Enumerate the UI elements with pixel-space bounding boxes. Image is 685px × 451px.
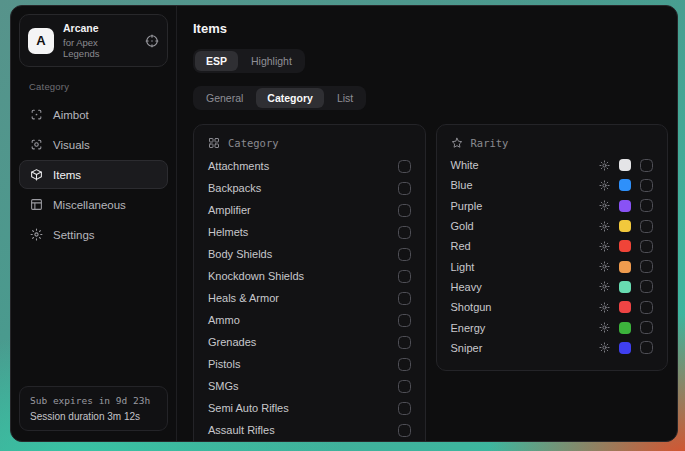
gear-icon[interactable] — [599, 261, 610, 272]
rarity-row[interactable]: Heavy — [451, 277, 654, 297]
color-swatch[interactable] — [619, 200, 631, 212]
category-panel-title: Category — [228, 137, 279, 149]
rarity-panel-title: Rarity — [471, 137, 509, 149]
app-subtitle: for Apex Legends — [63, 37, 136, 60]
category-row[interactable]: Attachments — [208, 155, 411, 177]
sidebar-item-items[interactable]: Items — [19, 160, 168, 189]
rarity-row[interactable]: Purple — [451, 196, 654, 216]
checkbox[interactable] — [398, 402, 411, 415]
checkbox[interactable] — [398, 336, 411, 349]
tab-general[interactable]: General — [195, 88, 254, 108]
category-row[interactable]: Assault Rifles — [208, 419, 411, 441]
session-duration-text: Session duration 3m 12s — [30, 411, 157, 422]
sidebar-section-label: Category — [29, 81, 168, 92]
checkbox[interactable] — [640, 179, 653, 192]
gear-icon[interactable] — [599, 322, 610, 333]
mode-esp[interactable]: ESP — [195, 51, 238, 71]
rarity-row[interactable]: Blue — [451, 175, 654, 195]
category-row-label: Heals & Armor — [208, 292, 279, 304]
tab-list[interactable]: List — [326, 88, 364, 108]
rarity-row[interactable]: White — [451, 155, 654, 175]
sidebar-item-settings[interactable]: Settings — [19, 220, 168, 249]
rarity-row[interactable]: Gold — [451, 216, 654, 236]
category-row[interactable]: Knockdown Shields — [208, 265, 411, 287]
gear-icon[interactable] — [599, 302, 610, 313]
rarity-row[interactable]: Shotgun — [451, 297, 654, 317]
checkbox[interactable] — [640, 220, 653, 233]
checkbox[interactable] — [640, 159, 653, 172]
category-row[interactable]: Ammo — [208, 309, 411, 331]
checkbox[interactable] — [640, 301, 653, 314]
checkbox[interactable] — [640, 240, 653, 253]
category-row[interactable]: SMGs — [208, 375, 411, 397]
cube-icon — [30, 168, 43, 181]
sidebar: A Arcane for Apex Legends Category Aimbo… — [11, 6, 177, 441]
checkbox[interactable] — [398, 248, 411, 261]
color-swatch[interactable] — [619, 159, 631, 171]
gear-icon[interactable] — [599, 160, 610, 171]
gear-icon[interactable] — [599, 241, 610, 252]
category-row[interactable]: Heals & Armor — [208, 287, 411, 309]
category-row[interactable]: Grenades — [208, 331, 411, 353]
color-swatch[interactable] — [619, 261, 631, 273]
gear-icon[interactable] — [599, 221, 610, 232]
rarity-row-label: Light — [451, 261, 475, 273]
checkbox[interactable] — [398, 226, 411, 239]
color-swatch[interactable] — [619, 281, 631, 293]
checkbox[interactable] — [640, 321, 653, 334]
checkbox[interactable] — [398, 314, 411, 327]
gear-icon[interactable] — [599, 200, 610, 211]
checkbox[interactable] — [398, 204, 411, 217]
target-icon[interactable] — [145, 34, 159, 48]
category-row[interactable]: Helmets — [208, 221, 411, 243]
checkbox[interactable] — [398, 380, 411, 393]
category-row[interactable]: Backpacks — [208, 177, 411, 199]
sidebar-item-visuals[interactable]: Visuals — [19, 130, 168, 159]
category-panel: Category AttachmentsBackpacksAmplifierHe… — [193, 124, 426, 442]
rarity-row-label: Purple — [451, 200, 483, 212]
checkbox[interactable] — [398, 358, 411, 371]
checkbox[interactable] — [640, 341, 653, 354]
color-swatch[interactable] — [619, 301, 631, 313]
rarity-row-controls — [599, 341, 653, 354]
color-swatch[interactable] — [619, 240, 631, 252]
category-row[interactable]: Semi Auto Rifles — [208, 397, 411, 419]
rarity-row-controls — [599, 179, 653, 192]
checkbox[interactable] — [398, 270, 411, 283]
tab-category[interactable]: Category — [256, 88, 324, 108]
checkbox[interactable] — [640, 280, 653, 293]
color-swatch[interactable] — [619, 179, 631, 191]
category-row[interactable]: Body Shields — [208, 243, 411, 265]
checkbox[interactable] — [640, 199, 653, 212]
checkbox[interactable] — [398, 424, 411, 437]
app-logo: A — [28, 28, 54, 54]
sidebar-item-aimbot[interactable]: Aimbot — [19, 100, 168, 129]
layout-icon — [30, 198, 43, 211]
subscription-info-box: Sub expires in 9d 23h Session duration 3… — [19, 386, 168, 431]
sidebar-item-label: Aimbot — [53, 109, 89, 121]
rarity-row-controls — [599, 220, 653, 233]
category-row[interactable]: LMGs — [208, 441, 411, 442]
rarity-row[interactable]: Light — [451, 256, 654, 276]
gear-icon[interactable] — [599, 180, 610, 191]
gear-icon[interactable] — [599, 281, 610, 292]
checkbox[interactable] — [640, 260, 653, 273]
rarity-row[interactable]: Energy — [451, 317, 654, 337]
color-swatch[interactable] — [619, 342, 631, 354]
color-swatch[interactable] — [619, 322, 631, 334]
rarity-row[interactable]: Sniper — [451, 338, 654, 358]
color-swatch[interactable] — [619, 220, 631, 232]
checkbox[interactable] — [398, 160, 411, 173]
category-row-label: Amplifier — [208, 204, 251, 216]
checkbox[interactable] — [398, 182, 411, 195]
checkbox[interactable] — [398, 292, 411, 305]
gear-icon[interactable] — [599, 342, 610, 353]
mode-toggle: ESPHighlight — [193, 49, 305, 73]
category-row[interactable]: Pistols — [208, 353, 411, 375]
sidebar-item-miscellaneous[interactable]: Miscellaneous — [19, 190, 168, 219]
crosshair-icon — [30, 108, 43, 121]
app-titles: Arcane for Apex Legends — [63, 22, 136, 59]
rarity-row[interactable]: Red — [451, 236, 654, 256]
mode-highlight[interactable]: Highlight — [240, 51, 303, 71]
category-row[interactable]: Amplifier — [208, 199, 411, 221]
